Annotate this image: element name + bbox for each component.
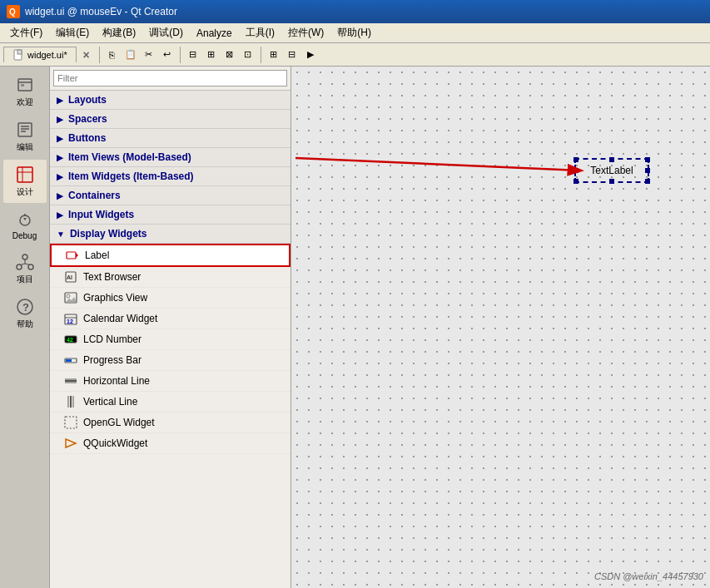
sidebar-label-project: 项目 bbox=[17, 274, 33, 285]
category-buttons[interactable]: ▶ Buttons bbox=[50, 129, 290, 148]
widget-vertical-line-text: Vertical Line bbox=[83, 396, 137, 408]
toolbar-align1-btn[interactable]: ⊟ bbox=[185, 47, 201, 63]
widget-lcd-text: LCD Number bbox=[83, 334, 142, 345]
menu-help[interactable]: 帮助(H) bbox=[330, 24, 378, 42]
widget-label-text: Label bbox=[85, 250, 109, 261]
handle-bm[interactable] bbox=[609, 179, 614, 184]
category-input-widgets[interactable]: ▶ Input Widgets bbox=[50, 205, 290, 225]
menu-file[interactable]: 文件(F) bbox=[3, 24, 49, 42]
category-input-widgets-arrow: ▶ bbox=[57, 210, 63, 220]
widget-item-text-browser[interactable]: AI Text Browser bbox=[50, 267, 290, 288]
category-item-views-label: Item Views (Model-Based) bbox=[68, 151, 191, 163]
category-layouts[interactable]: ▶ Layouts bbox=[50, 91, 290, 110]
widget-item-progress-bar[interactable]: Progress Bar bbox=[50, 350, 290, 371]
sidebar-item-project[interactable]: 项目 bbox=[3, 247, 47, 290]
menu-tools[interactable]: 工具(I) bbox=[239, 24, 281, 42]
handle-br[interactable] bbox=[645, 179, 650, 184]
welcome-icon bbox=[15, 75, 35, 95]
widget-item-label[interactable]: Label bbox=[50, 244, 290, 267]
sidebar-label-help: 帮助 bbox=[17, 319, 33, 330]
svg-point-18 bbox=[17, 264, 22, 269]
svg-line-22 bbox=[25, 264, 30, 265]
sidebar-item-edit[interactable]: 编辑 bbox=[3, 115, 47, 158]
file-tab-label: widget.ui* bbox=[27, 50, 67, 60]
filter-box bbox=[50, 67, 290, 91]
category-display-widgets-arrow: ▼ bbox=[57, 230, 65, 239]
svg-rect-7 bbox=[18, 123, 32, 136]
toolbar-zoom-btn[interactable]: ⊟ bbox=[284, 47, 300, 63]
graphics-view-icon bbox=[63, 290, 78, 305]
filter-input[interactable] bbox=[53, 70, 287, 86]
canvas-area[interactable]: TextLabel CSDN @weixin_44457930 bbox=[291, 67, 710, 588]
toolbar-paste-btn[interactable]: 📋 bbox=[122, 47, 139, 63]
sidebar-label-design: 设计 bbox=[17, 186, 33, 198]
category-buttons-label: Buttons bbox=[68, 132, 106, 144]
svg-rect-45 bbox=[65, 417, 77, 428]
svg-marker-16 bbox=[23, 218, 27, 220]
widget-item-qquick[interactable]: QQuickWidget bbox=[50, 433, 290, 454]
category-layouts-label: Layouts bbox=[68, 94, 107, 106]
project-icon bbox=[15, 252, 35, 272]
widget-item-lcd[interactable]: 42 LCD Number bbox=[50, 329, 290, 350]
handle-ml[interactable] bbox=[573, 168, 578, 173]
toolbar-cut-btn[interactable]: ✂ bbox=[141, 47, 157, 63]
category-item-widgets-arrow: ▶ bbox=[57, 172, 63, 181]
widget-calendar-text: Calendar Widget bbox=[83, 313, 157, 324]
menu-widgets[interactable]: 控件(W) bbox=[281, 24, 330, 42]
menu-debug[interactable]: 调试(D) bbox=[142, 24, 190, 42]
canvas-text-label-widget[interactable]: TextLabel bbox=[574, 158, 649, 183]
handle-tl[interactable] bbox=[573, 157, 578, 162]
edit-icon bbox=[15, 120, 35, 140]
svg-rect-38 bbox=[66, 359, 72, 362]
category-spacers[interactable]: ▶ Spacers bbox=[50, 110, 290, 129]
svg-rect-6 bbox=[21, 84, 24, 86]
category-display-widgets[interactable]: ▼ Display Widgets bbox=[50, 225, 290, 244]
category-item-views-arrow: ▶ bbox=[57, 153, 63, 162]
toolbar-align4-btn[interactable]: ⊡ bbox=[240, 47, 256, 63]
widget-text-browser-text: Text Browser bbox=[83, 271, 141, 283]
widget-item-opengl[interactable]: OpenGL Widget bbox=[50, 413, 290, 433]
widget-graphics-view-text: Graphics View bbox=[83, 292, 147, 304]
toolbar-preview-btn[interactable]: ▶ bbox=[302, 47, 319, 63]
close-tab-btn[interactable]: × bbox=[78, 47, 95, 63]
text-browser-icon: AI bbox=[63, 269, 78, 284]
menu-edit[interactable]: 编辑(E) bbox=[49, 24, 96, 42]
handle-bl[interactable] bbox=[573, 179, 578, 184]
category-item-views[interactable]: ▶ Item Views (Model-Based) bbox=[50, 148, 290, 167]
menu-build[interactable]: 构建(B) bbox=[96, 24, 142, 42]
progress-bar-icon bbox=[63, 353, 78, 368]
category-containers[interactable]: ▶ Containers bbox=[50, 186, 290, 205]
handle-tr[interactable] bbox=[645, 157, 650, 162]
watermark: CSDN @weixin_44457930 bbox=[594, 571, 703, 581]
window-title: widget.ui @ mouseEv - Qt Creator bbox=[25, 6, 703, 17]
handle-tm[interactable] bbox=[609, 157, 614, 162]
toolbar-align3-btn[interactable]: ⊠ bbox=[221, 47, 238, 63]
widget-item-calendar[interactable]: 12 Calendar Widget bbox=[50, 309, 290, 329]
toolbar-grid-btn[interactable]: ⊞ bbox=[266, 47, 282, 63]
sidebar-item-help[interactable]: ? 帮助 bbox=[3, 292, 47, 335]
toolbar-undo-btn[interactable]: ↩ bbox=[159, 47, 176, 63]
toolbar-separator-2 bbox=[180, 47, 181, 63]
horizontal-line-icon bbox=[63, 373, 78, 388]
main-layout: 欢迎 编辑 设计 Debug 项目 ? bbox=[0, 67, 710, 588]
category-layouts-arrow: ▶ bbox=[57, 96, 63, 105]
app-icon: Q bbox=[7, 5, 20, 18]
widget-opengl-text: OpenGL Widget bbox=[83, 417, 155, 428]
widget-item-horizontal-line[interactable]: Horizontal Line bbox=[50, 371, 290, 392]
toolbar-align2-btn[interactable]: ⊞ bbox=[203, 47, 220, 63]
sidebar-item-design[interactable]: 设计 bbox=[3, 160, 47, 203]
handle-mr[interactable] bbox=[645, 168, 650, 173]
toolbar-copy-btn[interactable]: ⎘ bbox=[104, 47, 121, 63]
widget-item-graphics-view[interactable]: Graphics View bbox=[50, 288, 290, 309]
file-tab[interactable]: widget.ui* bbox=[3, 47, 77, 62]
menu-analyze[interactable]: Analyze bbox=[190, 26, 239, 41]
svg-point-17 bbox=[22, 254, 27, 259]
sidebar-item-welcome[interactable]: 欢迎 bbox=[3, 70, 47, 113]
category-item-widgets[interactable]: ▶ Item Widgets (Item-Based) bbox=[50, 167, 290, 186]
help-icon: ? bbox=[15, 297, 35, 317]
svg-line-21 bbox=[20, 264, 25, 265]
toolbar-separator-3 bbox=[261, 47, 261, 63]
sidebar-item-debug[interactable]: Debug bbox=[3, 205, 47, 245]
widget-item-vertical-line[interactable]: Vertical Line bbox=[50, 392, 290, 413]
widget-panel: ▶ Layouts ▶ Spacers ▶ Buttons ▶ Item Vie… bbox=[50, 67, 291, 588]
